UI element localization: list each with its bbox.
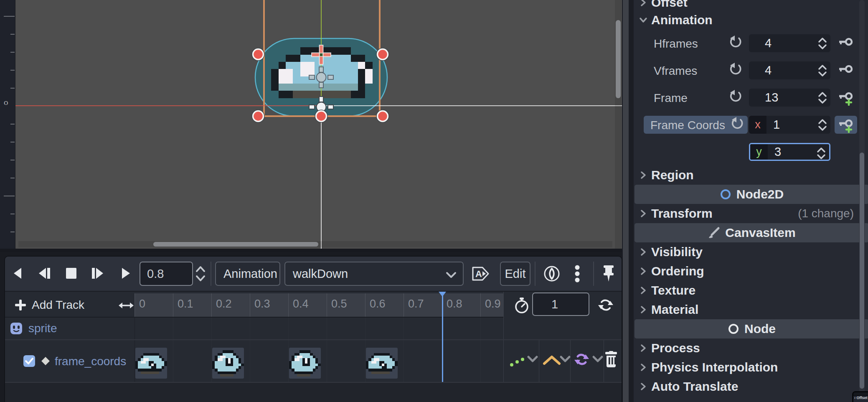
section-header-material[interactable]: Material xyxy=(634,300,868,319)
track-row-frame-coords[interactable]: frame_coords xyxy=(5,340,622,383)
animation-loop-icon[interactable] xyxy=(597,297,614,313)
section-extra-text: (1 change) xyxy=(798,207,854,220)
onion-skinning-icon[interactable] xyxy=(543,265,561,282)
spinner-updown-icon[interactable] xyxy=(818,91,827,104)
value-spinbox-frame[interactable]: 13 xyxy=(749,89,830,107)
pan-timeline-icon[interactable] xyxy=(119,301,134,310)
snap-clock-icon[interactable] xyxy=(513,297,530,314)
canvas-scene xyxy=(0,0,622,249)
section-header-offset[interactable]: Offset xyxy=(634,0,868,10)
play-backwards-button[interactable] xyxy=(8,262,29,284)
add-track-button[interactable]: Add Track xyxy=(5,293,135,317)
key-icon[interactable] xyxy=(835,34,857,52)
value-spinbox-comp-y[interactable]: y3 xyxy=(749,143,830,161)
section-label: Offset xyxy=(651,0,688,10)
property-label: Hframes xyxy=(654,37,698,51)
interpolation-chevron-icon[interactable] xyxy=(559,354,571,364)
autoplay-on-load-icon[interactable]: A xyxy=(472,266,490,282)
section-header-transform[interactable]: Transform(1 change) xyxy=(634,204,868,223)
section-header-region[interactable]: Region xyxy=(634,165,868,185)
play-button[interactable] xyxy=(114,262,136,284)
property-value: 13 xyxy=(765,91,778,104)
value-spinbox-frame-coords[interactable]: x1 xyxy=(749,116,830,134)
key-icon-add[interactable] xyxy=(835,116,857,134)
canvas-hscrollbar[interactable] xyxy=(18,241,612,247)
key-icon-add[interactable] xyxy=(835,89,857,107)
canvas-hscroll-thumb[interactable] xyxy=(153,242,318,247)
loop-wrap-chevron-icon[interactable] xyxy=(591,354,604,364)
playback-speed-input[interactable]: 0.8 xyxy=(140,262,193,286)
property-row-comp-y: y3 xyxy=(634,138,868,165)
current-animation-value: walkDown xyxy=(293,267,348,281)
keyframe-thumbnail-t0[interactable] xyxy=(135,348,167,379)
section-header-process[interactable]: Process xyxy=(634,338,868,358)
ruler-tick-0.8[interactable]: 0.8 xyxy=(442,293,480,317)
keyframe-thumbnail-t0.4[interactable] xyxy=(289,348,321,379)
ruler-tick-0.2[interactable]: 0.2 xyxy=(211,293,250,317)
key-icon[interactable] xyxy=(835,61,857,79)
animation-length-input[interactable]: 1 xyxy=(532,293,589,316)
playhead-marker[interactable] xyxy=(439,292,446,297)
animation-menu-button[interactable]: Animation xyxy=(215,262,280,286)
timeline-empty-area xyxy=(5,383,622,402)
section-header-ordering[interactable]: Ordering xyxy=(634,262,868,281)
track-name-sprite[interactable]: sprite xyxy=(28,322,57,335)
canvas-viewport[interactable]: 0 xyxy=(0,0,622,252)
revert-icon[interactable] xyxy=(729,62,743,76)
spinner-updown-icon[interactable] xyxy=(818,118,827,132)
ruler-tick-0.4[interactable]: 0.4 xyxy=(288,293,327,317)
value-spinbox-vframes[interactable]: 4 xyxy=(749,61,830,79)
keyframe-thumbnail-t0.6[interactable] xyxy=(366,348,398,379)
track-name-frame-coords[interactable]: frame_coords xyxy=(55,355,126,368)
vertical-ruler: 0 xyxy=(0,0,15,249)
inspector-scroll-thumb[interactable] xyxy=(860,153,864,389)
value-spinbox-hframes[interactable]: 4 xyxy=(749,34,830,52)
spinner-updown-icon[interactable] xyxy=(818,64,827,77)
section-header-animation[interactable]: Animation xyxy=(634,10,868,30)
ruler-tick-0[interactable]: 0 xyxy=(135,293,173,317)
step-forward-button[interactable] xyxy=(87,262,109,284)
timeline-ruler[interactable]: 00.10.20.30.40.50.60.70.80.9 xyxy=(135,293,503,317)
track-row-sprite[interactable]: sprite xyxy=(5,318,622,340)
revert-icon[interactable] xyxy=(729,89,743,103)
inspector-panel: OffsetAnimationHframes4Vframes4Frame13Fr… xyxy=(634,0,868,402)
keyframe-thumbnail-t0.2[interactable] xyxy=(212,348,244,379)
spinner-updown-icon[interactable] xyxy=(817,147,826,160)
playback-speed-value: 0.8 xyxy=(147,267,164,281)
panel-splitter[interactable] xyxy=(622,0,634,402)
section-label: Texture xyxy=(651,283,695,298)
section-header-visibility[interactable]: Visibility xyxy=(634,242,868,262)
playhead-line[interactable] xyxy=(442,292,443,382)
track-enabled-checkbox[interactable] xyxy=(23,355,35,367)
inspector-scrollbar[interactable] xyxy=(859,0,865,402)
pin-icon[interactable] xyxy=(601,264,616,283)
ruler-tick-0.7[interactable]: 0.7 xyxy=(404,293,442,317)
ruler-tick-0.1[interactable]: 0.1 xyxy=(173,293,211,317)
step-back-button[interactable] xyxy=(33,262,55,284)
revert-icon[interactable] xyxy=(731,116,745,130)
ruler-tick-0.3[interactable]: 0.3 xyxy=(250,293,288,317)
section-header-texture[interactable]: Texture xyxy=(634,281,868,300)
ruler-tick-0.5[interactable]: 0.5 xyxy=(327,293,365,317)
edit-button[interactable]: Edit xyxy=(500,262,530,286)
canvas-vscrollbar[interactable] xyxy=(615,0,622,249)
loop-wrap-mode-icon[interactable] xyxy=(573,352,591,367)
section-header-auto-translate[interactable]: Auto Translate xyxy=(634,377,868,396)
delete-track-icon[interactable] xyxy=(603,351,619,369)
update-mode-chevron-icon[interactable] xyxy=(526,354,539,364)
section-header-physics-interpolation[interactable]: Physics Interpolation xyxy=(634,358,868,377)
more-options-icon[interactable] xyxy=(574,264,581,283)
stop-button[interactable] xyxy=(60,262,82,284)
canvas-vscroll-thumb[interactable] xyxy=(616,20,621,98)
timeline-ruler-row: Add Track 00.10.20.30.40.50.60.70.80.9 1 xyxy=(5,293,622,317)
ruler-tick-0.6[interactable]: 0.6 xyxy=(365,293,404,317)
update-mode-icon[interactable] xyxy=(508,351,527,369)
chevron-right-icon xyxy=(639,209,648,218)
revert-icon[interactable] xyxy=(729,35,743,49)
current-animation-dropdown[interactable]: walkDown xyxy=(284,262,464,286)
ruler-tick-0.9[interactable]: 0.9 xyxy=(480,293,503,317)
speed-updown-icon[interactable] xyxy=(195,265,206,282)
section-label: Region xyxy=(651,168,694,182)
section-label: Transform xyxy=(651,206,713,221)
spinner-updown-icon[interactable] xyxy=(818,37,827,50)
